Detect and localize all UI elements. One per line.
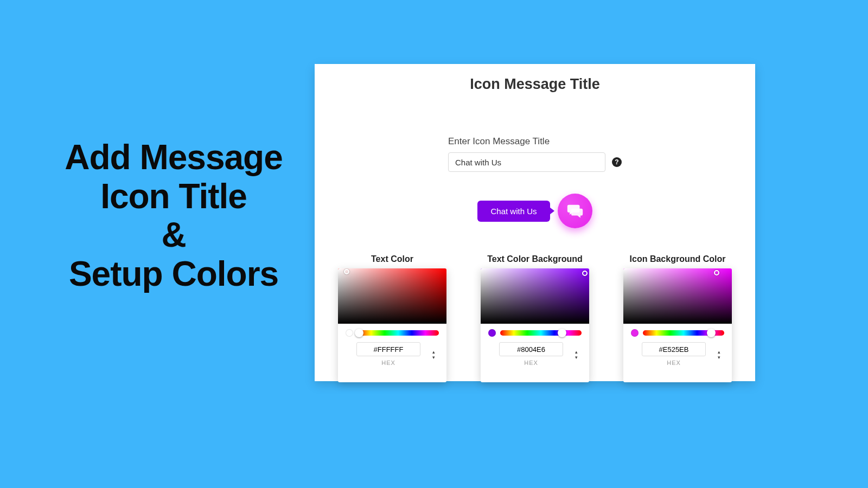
chevron-down-icon[interactable]: ▾ [575,355,583,360]
picker-text-bg: Text Color Background [473,254,597,382]
picker-text-color: Text Color [330,254,455,382]
hero-line-1: Add Message [38,138,309,177]
picker-title: Icon Background Color [615,254,740,264]
chat-icon [566,202,584,220]
chat-pill-preview: Chat with Us [477,201,550,222]
hue-chip [631,329,639,337]
saturation-thumb[interactable] [344,269,349,274]
stage: Add Message Icon Title & Setup Colors Ic… [0,0,868,488]
hue-chip [346,329,353,337]
chevron-down-icon[interactable]: ▾ [432,355,440,360]
hue-row [623,324,732,339]
chat-bubble-icon [558,194,592,228]
mode-stepper[interactable]: ▴ ▾ [432,350,440,360]
hex-mode-label: HEX [630,359,718,366]
field-label: Enter Icon Message Title [448,136,622,147]
message-title-input[interactable] [448,152,605,172]
hue-slider[interactable] [500,330,582,336]
chevron-down-icon[interactable]: ▾ [718,355,725,360]
picker-card: HEX ▴ ▾ [481,268,589,382]
picker-card: HEX ▴ ▾ [623,268,732,382]
hex-row: HEX ▴ ▾ [338,339,446,366]
mode-stepper[interactable]: ▴ ▾ [575,350,583,360]
input-row: ? [448,152,622,172]
mode-stepper[interactable]: ▴ ▾ [718,350,725,360]
hex-row: HEX ▴ ▾ [623,339,732,366]
picker-icon-bg: Icon Background Color [615,254,740,382]
hue-thumb[interactable] [558,329,566,337]
chevron-up-icon[interactable]: ▴ [718,350,725,355]
hue-thumb[interactable] [355,329,363,337]
hex-mode-label: HEX [344,359,432,366]
help-icon[interactable]: ? [612,157,622,167]
hue-slider[interactable] [358,330,439,336]
saturation-area[interactable] [481,268,589,324]
preview-row: Chat with Us [448,194,622,228]
form-area: Enter Icon Message Title ? Chat with Us [448,136,622,228]
hue-thumb[interactable] [707,329,716,337]
panel-title: Icon Message Title [315,76,755,93]
hue-row [481,324,589,339]
hex-input[interactable] [356,342,420,356]
pickers-row: Text Color [315,254,755,382]
chevron-up-icon[interactable]: ▴ [575,350,583,355]
saturation-area[interactable] [623,268,732,324]
hero-line-3: & [38,216,309,255]
hex-mode-label: HEX [487,359,575,366]
picker-title: Text Color [330,254,455,264]
picker-card: HEX ▴ ▾ [338,268,446,382]
hero-text: Add Message Icon Title & Setup Colors [38,138,309,294]
hue-slider[interactable] [643,330,724,336]
picker-title: Text Color Background [473,254,597,264]
hue-chip [488,329,496,337]
saturation-area[interactable] [338,268,446,324]
saturation-thumb[interactable] [582,271,588,276]
hex-row: HEX ▴ ▾ [481,339,589,366]
hero-line-2: Icon Title [38,177,309,216]
hex-input[interactable] [499,342,563,356]
hero-line-4: Setup Colors [38,255,309,294]
saturation-thumb[interactable] [714,270,719,275]
hex-input[interactable] [642,342,706,356]
chevron-up-icon[interactable]: ▴ [432,350,440,355]
settings-panel: Icon Message Title Enter Icon Message Ti… [315,64,755,381]
hue-row [338,324,446,339]
